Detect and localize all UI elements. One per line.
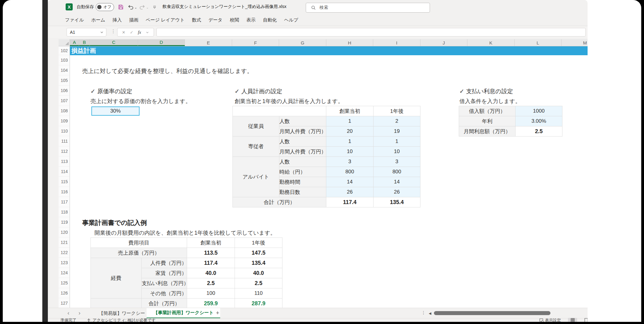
- column-header-A[interactable]: A: [70, 39, 79, 46]
- row-header-103[interactable]: 103: [59, 55, 70, 65]
- example-total-spacer[interactable]: [91, 299, 142, 308]
- row-header-120[interactable]: 120: [59, 227, 70, 237]
- row-header-115[interactable]: 115: [59, 177, 70, 187]
- row-label[interactable]: 時給（円）: [279, 167, 326, 177]
- personnel-total-year1[interactable]: 135.4: [374, 197, 420, 207]
- row-header-110[interactable]: 110: [59, 126, 70, 136]
- expense-group-label[interactable]: 経費: [91, 258, 142, 299]
- tab-automate[interactable]: 自動化: [259, 17, 280, 23]
- example-header-initial[interactable]: 創業当初: [187, 238, 235, 248]
- interest-label[interactable]: 年利: [459, 116, 516, 126]
- column-header-H[interactable]: H: [326, 39, 373, 46]
- input-cell[interactable]: 26: [326, 187, 374, 197]
- page-layout-view-button[interactable]: [581, 318, 588, 322]
- undo-dropdown-chevron[interactable]: ⌄: [134, 6, 137, 10]
- example-value[interactable]: 2.5: [235, 278, 282, 288]
- tab-formulas[interactable]: 数式: [188, 17, 205, 23]
- row-header-114[interactable]: 114: [59, 167, 70, 177]
- row-header-117[interactable]: 117: [59, 197, 70, 207]
- tab-home[interactable]: ホーム: [87, 17, 109, 23]
- tab-file[interactable]: ファイル: [61, 17, 87, 23]
- undo-button[interactable]: [127, 3, 134, 11]
- name-box[interactable]: A1: [67, 28, 106, 37]
- personnel-header-empty[interactable]: [233, 106, 326, 116]
- row-label[interactable]: 人数: [279, 116, 326, 126]
- accessibility-status[interactable]: アクセシビリティ: 検討が必要です: [86, 318, 156, 322]
- example-value[interactable]: 135.4: [235, 258, 282, 268]
- tab-draw[interactable]: 描画: [125, 17, 142, 23]
- row-header-112[interactable]: 112: [59, 146, 70, 156]
- input-cell[interactable]: 1: [326, 137, 374, 147]
- input-cell[interactable]: 1: [374, 137, 420, 147]
- column-header-F[interactable]: F: [232, 39, 279, 46]
- quick-access-chevron[interactable]: [151, 3, 158, 11]
- input-cell[interactable]: 110: [235, 288, 282, 299]
- sheet-nav-prev[interactable]: ‹: [67, 310, 69, 316]
- input-cell[interactable]: 19: [374, 126, 420, 137]
- row-header-109[interactable]: 109: [59, 116, 70, 126]
- row-header-108[interactable]: 108: [59, 106, 70, 116]
- row-header-102[interactable]: 102: [59, 46, 70, 55]
- example-value[interactable]: 40.0: [187, 268, 235, 278]
- input-cell[interactable]: 1: [326, 116, 374, 126]
- row-header-125[interactable]: 125: [59, 278, 70, 288]
- tabbar-dots[interactable]: ⋮: [421, 310, 426, 315]
- sheet-canvas[interactable]: 損益計画 売上に対して必要な経費を整理し、利益の見通しを確認します。 ✓原価率の…: [70, 46, 588, 308]
- personnel-header-year1[interactable]: 1年後: [374, 106, 420, 116]
- row-label[interactable]: 月間人件費（万円）: [279, 126, 326, 137]
- column-header-J[interactable]: J: [420, 39, 467, 46]
- row-label[interactable]: 人数: [279, 137, 326, 147]
- formula-input[interactable]: [156, 28, 586, 37]
- row-header-111[interactable]: 111: [59, 136, 70, 146]
- group-label-parttime[interactable]: アルバイト: [233, 157, 279, 197]
- normal-view-button[interactable]: [568, 318, 577, 322]
- example-row-label[interactable]: 売上原価（万円）: [91, 248, 187, 258]
- input-cell[interactable]: 26: [374, 187, 420, 197]
- example-row-label[interactable]: その他（万円）: [142, 288, 187, 299]
- example-value[interactable]: 147.5: [235, 248, 282, 258]
- row-header-127[interactable]: 127: [59, 298, 70, 308]
- column-header-D[interactable]: D: [138, 39, 185, 46]
- row-label[interactable]: 人数: [279, 157, 326, 167]
- personnel-total-initial[interactable]: 117.4: [326, 197, 374, 207]
- tab-help[interactable]: ヘルプ: [280, 17, 302, 23]
- row-header-105[interactable]: 105: [59, 75, 70, 86]
- example-row-label[interactable]: 人件費（万円）: [142, 258, 187, 268]
- input-cell[interactable]: 800: [374, 167, 420, 177]
- row-header-121[interactable]: 121: [59, 237, 70, 248]
- input-cell[interactable]: 2: [374, 116, 420, 126]
- input-cell[interactable]: 20: [326, 126, 374, 137]
- interest-monthly-value[interactable]: 2.5: [516, 126, 562, 137]
- view-settings-button[interactable]: 表示設定: [539, 318, 561, 322]
- input-cell[interactable]: 14: [326, 177, 374, 187]
- cancel-icon[interactable]: ✕: [122, 30, 125, 35]
- tab-insert[interactable]: 挿入: [109, 17, 125, 23]
- interest-label[interactable]: 月間利息額（万円）: [459, 126, 516, 137]
- input-cell[interactable]: 3: [326, 157, 374, 167]
- column-header-K[interactable]: K: [467, 39, 515, 46]
- save-button[interactable]: [117, 3, 125, 11]
- example-header-year1[interactable]: 1年後: [235, 238, 282, 248]
- horizontal-scrollbar-thumb[interactable]: [434, 311, 550, 315]
- example-value[interactable]: 40.0: [235, 268, 282, 278]
- input-cell[interactable]: 3: [374, 157, 420, 167]
- row-header-123[interactable]: 123: [59, 258, 70, 268]
- personnel-header-initial[interactable]: 創業当初: [326, 106, 374, 116]
- sheet-tab-business-plan[interactable]: 【事業計画用】ワークシート: [147, 308, 220, 318]
- column-header-B[interactable]: B: [79, 39, 90, 46]
- input-cell[interactable]: 800: [326, 167, 374, 177]
- formula-bar-dots[interactable]: ⋮: [111, 29, 116, 34]
- select-all-corner[interactable]: [59, 39, 70, 46]
- search-box[interactable]: 検索: [306, 3, 430, 13]
- example-row-label[interactable]: 支払い利息（万円）: [142, 278, 187, 288]
- input-cell[interactable]: 10: [326, 147, 374, 157]
- input-cell[interactable]: 14: [374, 177, 420, 187]
- row-header-118[interactable]: 118: [59, 207, 70, 217]
- group-label-employee[interactable]: 従業員: [233, 116, 279, 137]
- row-label[interactable]: 月間人件費（万円）: [279, 147, 326, 157]
- column-header-I[interactable]: I: [373, 39, 420, 46]
- example-value[interactable]: 2.5: [187, 278, 235, 288]
- row-header-119[interactable]: 119: [59, 217, 70, 227]
- tab-review[interactable]: 校閲: [226, 17, 243, 23]
- group-label-fulltime[interactable]: 専従者: [233, 137, 279, 157]
